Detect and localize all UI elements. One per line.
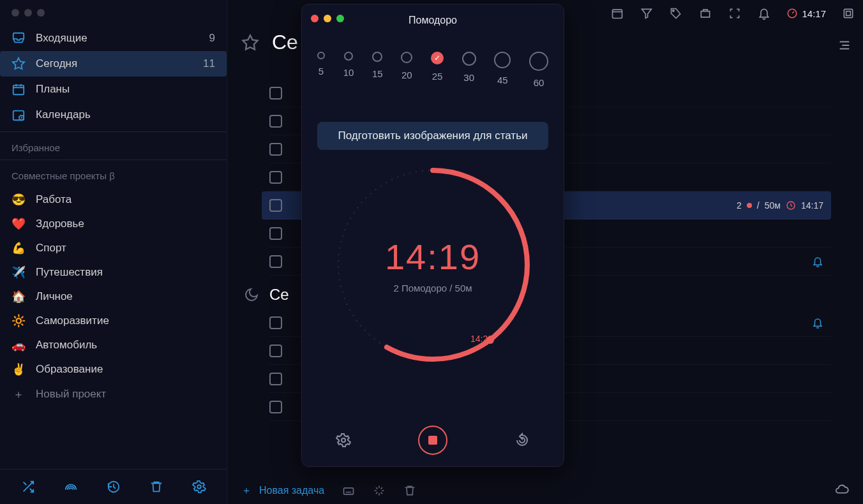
duration-label: 60 — [534, 77, 544, 88]
section-title: Се — [269, 286, 289, 304]
duration-label: 25 — [432, 71, 443, 82]
focus-icon[interactable] — [728, 6, 742, 20]
project-item[interactable]: 🏠Личное — [0, 285, 227, 309]
new-task-label: Новая задача — [259, 485, 324, 496]
project-item[interactable]: ❤️Здоровье — [0, 212, 227, 236]
project-item[interactable]: 🚗Автомобиль — [0, 333, 227, 357]
task-checkbox[interactable] — [269, 316, 282, 329]
close-window-icon[interactable] — [11, 9, 19, 17]
pomo-dot-icon — [747, 203, 752, 208]
duration-label: 5 — [319, 66, 324, 77]
task-checkbox[interactable] — [269, 401, 282, 413]
sidebar-item-inbox[interactable]: Входящие 9 — [0, 26, 227, 51]
timer-remaining: 14:19 — [385, 236, 481, 278]
project-emoji: 😎 — [11, 193, 26, 207]
sidebar-toolbar — [0, 469, 227, 504]
duration-option-25[interactable]: 25 — [431, 52, 444, 88]
duration-option-45[interactable]: 45 — [494, 52, 511, 88]
archive-icon[interactable] — [403, 484, 416, 497]
project-item[interactable]: ✈️Путешествия — [0, 260, 227, 285]
trash-icon[interactable] — [148, 478, 165, 495]
favorites-heading[interactable]: Избранное — [0, 131, 227, 159]
sidebar: Входящие 9 Сегодня 11 Планы Календарь Из… — [0, 0, 227, 504]
shared-projects-heading[interactable]: Совместные проекты β — [0, 159, 227, 188]
duration-option-30[interactable]: 30 — [462, 52, 476, 88]
plans-icon — [11, 82, 26, 96]
bell-icon[interactable] — [757, 6, 771, 20]
pomo-total: 50м — [765, 200, 781, 211]
stop-button[interactable] — [418, 426, 447, 455]
star-icon — [11, 57, 26, 71]
project-label: Спорт — [36, 242, 66, 255]
task-checkbox[interactable] — [269, 345, 282, 357]
sidebar-item-calendar[interactable]: Календарь — [0, 102, 227, 128]
project-item[interactable]: 💪Спорт — [0, 236, 227, 260]
project-emoji: 🚗 — [11, 338, 26, 352]
zoom-window-icon[interactable] — [37, 9, 45, 17]
task-checkbox[interactable] — [269, 227, 282, 240]
timer: 14:19 2 Помодоро / 50м 14:22 — [331, 163, 535, 367]
project-item[interactable]: 😎Работа — [0, 188, 227, 212]
reminder-bell-icon[interactable] — [812, 256, 823, 267]
task-checkbox[interactable] — [269, 87, 282, 100]
duration-label: 15 — [372, 68, 383, 79]
duration-option-60[interactable]: 60 — [529, 52, 548, 88]
pomodoro-icon[interactable] — [698, 6, 712, 20]
new-task-button[interactable]: ＋ Новая задача — [241, 484, 324, 498]
project-emoji: 💪 — [11, 241, 26, 255]
rainbow-icon[interactable] — [63, 478, 79, 495]
sidebar-item-label: Календарь — [36, 108, 215, 121]
task-checkbox[interactable] — [269, 199, 282, 212]
duration-option-20[interactable]: 20 — [401, 52, 412, 88]
reminder-bell-icon[interactable] — [812, 317, 823, 329]
menu-icon[interactable] — [837, 38, 852, 52]
svg-rect-7 — [844, 9, 852, 17]
duration-circle-icon — [431, 52, 444, 64]
layout-icon[interactable] — [841, 6, 855, 20]
duration-picker: 510152025304560 — [317, 52, 548, 88]
svg-point-3 — [197, 485, 201, 489]
star-outline-icon[interactable] — [241, 34, 259, 52]
project-label: Образование — [36, 363, 103, 376]
duration-circle-icon — [372, 52, 382, 62]
top-timer[interactable]: 14:17 — [786, 8, 826, 19]
duration-option-5[interactable]: 5 — [317, 52, 325, 88]
task-checkbox[interactable] — [269, 115, 282, 128]
clock-icon — [786, 200, 796, 211]
page-header: Се — [241, 31, 298, 54]
tag-icon[interactable] — [669, 6, 683, 20]
project-label: Путешествия — [36, 266, 103, 279]
new-project-button[interactable]: ＋ Новый проект — [0, 382, 227, 407]
keyboard-icon[interactable] — [342, 484, 355, 497]
current-task-pill[interactable]: Подготовить изображения для статьи — [317, 122, 548, 150]
bottom-bar: ＋ Новая задача — [241, 484, 849, 498]
sidebar-item-label: Входящие — [36, 32, 199, 45]
task-checkbox[interactable] — [269, 373, 282, 385]
task-checkbox[interactable] — [269, 255, 282, 268]
project-item[interactable]: 🔆Саморазвитие — [0, 309, 227, 333]
calendar-icon[interactable] — [610, 6, 624, 20]
filter-icon[interactable] — [640, 6, 654, 20]
expand-icon[interactable] — [373, 484, 386, 497]
sidebar-item-plans[interactable]: Планы — [0, 77, 227, 102]
minimize-window-icon[interactable] — [24, 9, 32, 17]
duration-circle-icon — [494, 52, 511, 68]
sidebar-item-label: Сегодня — [36, 57, 193, 70]
duration-option-15[interactable]: 15 — [372, 52, 383, 88]
gear-icon[interactable] — [334, 431, 352, 449]
svg-point-14 — [341, 438, 345, 442]
task-due-time: 14:17 — [801, 200, 823, 211]
shuffle-icon[interactable] — [20, 478, 36, 495]
history-icon[interactable] — [105, 478, 122, 495]
project-item[interactable]: ✌️Образование — [0, 357, 227, 382]
sync-icon[interactable] — [835, 484, 849, 498]
calendar-icon — [11, 108, 26, 122]
task-checkbox[interactable] — [269, 171, 282, 184]
gear-icon[interactable] — [191, 478, 207, 495]
sidebar-item-today[interactable]: Сегодня 11 — [0, 51, 227, 77]
project-emoji: ✌️ — [11, 362, 26, 376]
reset-icon[interactable] — [513, 431, 531, 449]
task-checkbox[interactable] — [269, 143, 282, 156]
duration-circle-icon — [401, 52, 412, 63]
duration-option-10[interactable]: 10 — [343, 52, 354, 88]
